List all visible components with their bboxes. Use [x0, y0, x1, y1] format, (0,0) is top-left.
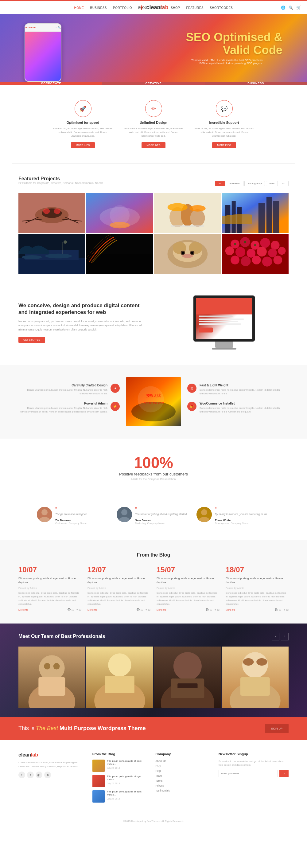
- nav-home[interactable]: HOME: [74, 6, 84, 9]
- social-twitter[interactable]: t: [27, 772, 34, 778]
- footer-link-help[interactable]: Help: [155, 769, 209, 773]
- cta-signup-btn[interactable]: Sign Up: [265, 724, 288, 733]
- feature-speed-btn[interactable]: More Info: [71, 142, 95, 148]
- footer-link-privacy[interactable]: Privacy: [155, 784, 209, 787]
- svg-rect-71: [199, 328, 213, 332]
- stats-number: 100%: [19, 454, 288, 472]
- get-started-btn[interactable]: get started: [19, 337, 45, 343]
- gallery-item[interactable]: [86, 193, 153, 233]
- nav-portfolio[interactable]: PORTFOLIO: [113, 6, 132, 9]
- blog-title-4: Elit nom-mi porta gravida at eget metus.…: [226, 577, 288, 585]
- blog-more-3[interactable]: More Info: [157, 609, 166, 611]
- team-next-btn[interactable]: ›: [281, 633, 288, 641]
- footer-bottom: ©2015 Developed by JustThemes. All Right…: [19, 815, 288, 823]
- filter-web[interactable]: Web: [266, 181, 277, 186]
- feature-speed-desc: Nulla mi dui, ac mollis eget liberto sed…: [52, 127, 113, 138]
- filter-photography[interactable]: Photography: [244, 181, 265, 186]
- admin-feature-icon: ⚡: [110, 402, 120, 411]
- gallery-item[interactable]: [221, 234, 288, 274]
- footer-newsletter-desc: Subscribe to our newsletter and get all …: [218, 760, 288, 767]
- svg-point-60: [252, 255, 261, 265]
- footer-blog-thumb-2: [93, 775, 105, 787]
- nav-shop[interactable]: SHOP: [171, 6, 180, 9]
- hero-headline: SEO Optimised & Valid Code: [186, 31, 282, 57]
- svg-point-51: [271, 241, 280, 250]
- hero-tab-business[interactable]: BUSINESS: [205, 82, 307, 85]
- blog-meta-3: Posted by Admin: [157, 587, 219, 589]
- nav-blog[interactable]: BLOG: [138, 6, 147, 9]
- footer-link-team[interactable]: Team: [155, 774, 209, 777]
- hero-tab-creative[interactable]: CREATIVE: [102, 82, 204, 85]
- social-googleplus[interactable]: g+: [36, 772, 42, 778]
- footer-link-faq[interactable]: FAQ: [155, 765, 209, 768]
- team-prev-btn[interactable]: ‹: [272, 633, 279, 641]
- svg-point-57: [278, 247, 286, 255]
- footer-col-blog: From the Blog File ipsum porta gravida a…: [93, 752, 146, 806]
- blog-date-4: 18/07: [226, 565, 288, 574]
- svg-point-50: [260, 238, 270, 248]
- team-photo-2: [86, 647, 153, 708]
- svg-point-93: [108, 653, 131, 676]
- gallery-item[interactable]: [154, 234, 221, 274]
- footer-link-testimonials[interactable]: Testimonials: [155, 789, 209, 792]
- blog-desc-3: Donec sed odio dui. Cras justo odio, dap…: [157, 591, 219, 606]
- testimonial-1-text: Things are made to happen.: [55, 512, 88, 516]
- svg-rect-70: [199, 323, 241, 324]
- feature-support-btn[interactable]: More Info: [212, 142, 236, 148]
- copyright-text: ©2015 Developed by JustThemes. All Right…: [123, 820, 183, 823]
- newsletter-email-input[interactable]: [218, 770, 278, 777]
- blog-more-2[interactable]: More Info: [88, 609, 97, 611]
- header-icons: 🌐 🔍 🛒: [281, 5, 301, 10]
- testimonial-1: " Things are made to happen. Zia Dawson …: [37, 507, 110, 525]
- svg-point-78: [41, 509, 47, 516]
- site-header: cleanlab HOME BUSINESS PORTFOLIO BLOG PA…: [0, 1, 307, 14]
- gallery-item[interactable]: [19, 193, 86, 233]
- svg-rect-95: [105, 676, 134, 693]
- footer-blog-thumb-1: [93, 760, 105, 772]
- site-footer: cleanlab Lorem ipsum dolor sit amet, con…: [0, 740, 307, 829]
- nav-features[interactable]: FEATURES: [186, 6, 204, 9]
- svg-point-87: [39, 655, 65, 681]
- team-photo-4: [221, 647, 288, 708]
- support-icon: 💬: [216, 100, 233, 117]
- footer-blog-text-1: File ipsum porta gravida at eget metus… …: [107, 760, 146, 772]
- gallery-item[interactable]: [221, 193, 288, 233]
- blog-likes-4: ♥ 12: [284, 609, 288, 611]
- footer-link-terms[interactable]: Terms: [155, 779, 209, 782]
- blog-more-1[interactable]: More Info: [19, 609, 28, 611]
- svg-point-91: [54, 663, 60, 669]
- nav-shortcodes[interactable]: SHORTCODES: [210, 6, 233, 9]
- filter-illustration[interactable]: Illustration: [226, 181, 243, 186]
- blog-desc-1: Donec sed odio dui. Cras justo odio, dap…: [19, 591, 81, 606]
- testimonial-1-name: Zia Dawson: [55, 519, 88, 522]
- filter-3d[interactable]: 3D: [279, 181, 288, 186]
- gray-feature-design: Carefully Crafted Design Donec ullamcorp…: [19, 384, 120, 396]
- footer-link-about[interactable]: About Us: [155, 760, 209, 763]
- filter-tabs: All Illustration Photography Web 3D: [215, 181, 288, 186]
- blog-more-4[interactable]: More Info: [226, 609, 236, 611]
- search-icon[interactable]: 🔍: [288, 5, 293, 10]
- globe-icon[interactable]: 🌐: [281, 5, 285, 10]
- social-facebook[interactable]: f: [19, 772, 25, 778]
- nav-pages[interactable]: PAGES: [154, 6, 165, 9]
- nav-business[interactable]: BUSINESS: [90, 6, 107, 9]
- main-nav: HOME BUSINESS PORTFOLIO BLOG PAGES SHOP …: [0, 6, 307, 9]
- social-linkedin[interactable]: in: [44, 772, 51, 778]
- gallery-grid: [19, 193, 288, 274]
- cart-icon[interactable]: 🛒: [296, 5, 301, 10]
- filter-all[interactable]: All: [215, 181, 225, 186]
- gray-center-image: 授权无忧 icense ss1.com: [126, 377, 181, 426]
- blog-title-1: Elit nom-mi porta gravida at eget metus.…: [19, 577, 81, 585]
- feature-design-btn[interactable]: More Info: [141, 142, 165, 148]
- gallery-item[interactable]: [86, 234, 153, 274]
- hero-tab-corporate[interactable]: CORPORATE: [0, 82, 102, 85]
- newsletter-submit-btn[interactable]: →: [279, 770, 288, 777]
- blog-comments-3: 💬 13: [206, 609, 212, 611]
- footer-newsletter-title: Newsletter Singup: [218, 752, 288, 756]
- gallery-item[interactable]: [19, 234, 86, 274]
- footer-blog-thumb-3: [93, 790, 105, 803]
- footer-col-company: Company About Us FAQ Help Team Terms Pri…: [155, 752, 209, 806]
- footer-col-newsletter: Newsletter Singup Subscribe to our newsl…: [218, 752, 288, 806]
- gallery-item[interactable]: [154, 193, 221, 233]
- avatar-3: [197, 507, 212, 522]
